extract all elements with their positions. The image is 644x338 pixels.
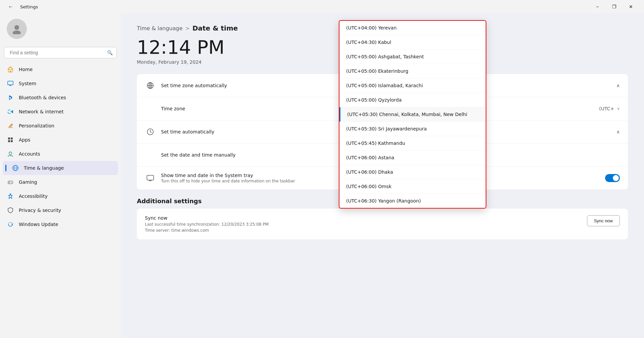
svg-rect-10 [11,137,13,139]
privacy-nav-icon [7,207,14,214]
tz-item-utc630-yangon[interactable]: (UTC+06:30) Yangon (Rangoon) [339,194,486,208]
svg-rect-3 [10,71,11,72]
title-bar-left: ← Settings [5,1,38,12]
back-button[interactable]: ← [5,1,16,12]
timezone-list: (UTC+04:00) Yerevan(UTC+04:30) Kabul(UTC… [339,21,486,208]
timezone-chevron-down: ∨ [617,106,620,111]
breadcrumb-current: Date & time [193,24,238,32]
sidebar-item-apps[interactable]: Apps [3,133,118,147]
timezone-auto-icon [145,80,156,91]
bluetooth-nav-label: Bluetooth & devices [19,95,66,100]
nav-list: HomeSystemBluetooth & devicesNetwork & i… [3,62,118,231]
timezone-dropdown-scroll[interactable]: (UTC+04:00) Yerevan(UTC+04:30) Kabul(UTC… [339,21,486,208]
sidebar-item-time[interactable]: Time & language [3,161,118,175]
svg-point-8 [11,124,12,125]
sync-card: Sync now Last successful time synchroniz… [137,209,628,239]
svg-rect-4 [8,81,13,85]
sidebar-item-personalization[interactable]: Personalization [3,119,118,133]
sidebar: 🔍 HomeSystemBluetooth & devicesNetwork &… [0,13,121,338]
sidebar-item-update[interactable]: Windows Update [3,217,118,231]
close-button[interactable]: ✕ [623,1,639,12]
home-nav-icon [7,66,14,73]
time-nav-icon [12,164,19,172]
sidebar-item-network[interactable]: Network & internet [3,105,118,119]
tz-item-utc530-chennai[interactable]: (UTC+05:30) Chennai, Kolkata, Mumbai, Ne… [339,107,486,122]
minimize-button[interactable]: − [590,1,605,12]
sidebar-item-system[interactable]: System [3,76,118,91]
tz-item-utc6-dhaka[interactable]: (UTC+06:00) Dhaka [339,165,486,179]
sidebar-item-privacy[interactable]: Privacy & security [3,203,118,217]
tz-item-utc6-omsk[interactable]: (UTC+06:00) Omsk [339,179,486,194]
personalization-nav-label: Personalization [19,123,54,128]
sidebar-item-accessibility[interactable]: Accessibility [3,189,118,203]
show-time-tray-toggle[interactable] [605,174,620,182]
tz-item-utc5-islamabad[interactable]: (UTC+05:00) Islamabad, Karachi [339,78,486,93]
window-title: Settings [20,4,38,9]
sync-text-block: Sync now Last successful time synchroniz… [145,215,269,233]
tz-item-utc5-qyzylorda[interactable]: (UTC+05:00) Qyzylorda [339,93,486,107]
sync-title: Sync now [145,215,269,221]
accessibility-nav-icon [7,192,14,200]
svg-rect-12 [11,140,13,142]
set-timezone-auto-control: ∧ [616,83,620,88]
breadcrumb-separator: > [185,25,190,32]
network-nav-label: Network & internet [19,109,64,114]
svg-point-20 [11,182,12,183]
timezone-dropdown: (UTC+04:00) Yerevan(UTC+04:30) Kabul(UTC… [339,20,486,209]
collapse-icon-2: ∧ [616,129,620,134]
accessibility-nav-label: Accessibility [19,193,48,199]
show-time-tray-icon [145,173,156,183]
timezone-row-icon [145,103,156,114]
apps-nav-icon [7,136,14,144]
svg-point-0 [14,25,19,30]
show-time-tray-toggle-switch[interactable] [605,174,620,182]
network-nav-icon [7,108,14,115]
svg-rect-11 [8,140,10,142]
restore-button[interactable]: ❐ [606,1,622,12]
accounts-nav-icon [7,150,14,158]
window-controls: − ❐ ✕ [590,1,639,12]
system-nav-label: System [19,81,36,86]
svg-point-13 [9,152,12,155]
sidebar-item-home[interactable]: Home [3,62,118,76]
set-time-auto-control: ∧ [616,129,620,134]
search-box: 🔍 [4,47,117,58]
tz-item-utc5-ashgabat[interactable]: (UTC+05:00) Ashgabat, Tashkent [339,50,486,64]
sync-sub2: Time server: time.windows.com [145,228,269,233]
system-nav-icon [7,80,14,87]
tz-item-utc5-ekaterinburg[interactable]: (UTC+05:00) Ekaterinburg [339,64,486,78]
timezone-control[interactable]: (UTC+ ∨ [599,106,620,111]
sidebar-item-accounts[interactable]: Accounts [3,147,118,161]
svg-rect-27 [147,175,154,180]
svg-point-21 [10,193,11,195]
title-bar: ← Settings − ❐ ✕ [0,0,644,13]
set-datetime-manually-icon [145,150,156,160]
tz-item-utc4-yerevan[interactable]: (UTC+04:00) Yerevan [339,21,486,35]
avatar [7,19,27,39]
svg-rect-9 [8,137,10,139]
sidebar-item-gaming[interactable]: Gaming [3,175,118,189]
bluetooth-nav-icon [7,94,14,101]
search-icon: 🔍 [107,50,113,55]
gaming-nav-icon [7,178,14,186]
update-nav-label: Windows Update [19,222,58,227]
home-nav-label: Home [19,67,33,72]
set-time-auto-icon [145,126,156,137]
user-avatar-section [3,13,118,47]
privacy-nav-label: Privacy & security [19,208,61,213]
apps-nav-label: Apps [19,137,31,143]
update-nav-icon [7,221,14,228]
search-input[interactable] [4,47,117,58]
app-body: 🔍 HomeSystemBluetooth & devicesNetwork &… [0,13,644,338]
tz-item-utc430-kabul[interactable]: (UTC+04:30) Kabul [339,35,486,50]
time-nav-label: Time & language [24,165,64,171]
breadcrumb-parent: Time & language [137,25,182,32]
tz-item-utc530-sri[interactable]: (UTC+05:30) Sri Jayawardenepura [339,122,486,136]
sync-now-button[interactable]: Sync now [587,215,620,226]
tz-item-utc6-astana[interactable]: (UTC+06:00) Astana [339,151,486,165]
tz-item-utc545-kathmandu[interactable]: (UTC+05:45) Kathmandu [339,136,486,151]
gaming-nav-label: Gaming [19,179,37,185]
collapse-icon-1: ∧ [616,83,620,88]
sync-sub1: Last successful time synchronization: 12… [145,222,269,227]
sidebar-item-bluetooth[interactable]: Bluetooth & devices [3,91,118,105]
